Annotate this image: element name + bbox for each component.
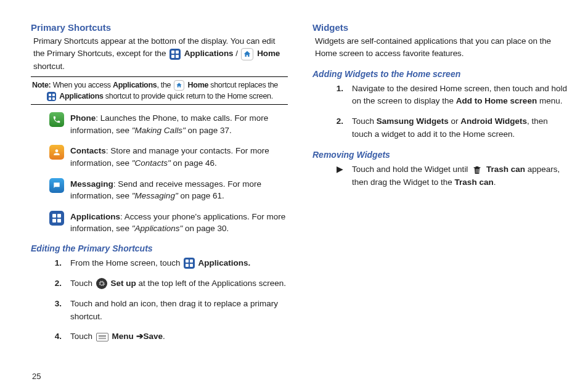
text-bold: Applications. <box>196 258 250 267</box>
add-step-1: 1.Navigate to the desired Home screen, t… <box>335 83 570 108</box>
text-bold: Home <box>188 81 209 89</box>
text: or <box>449 116 461 126</box>
text-bold: Samsung Widgets <box>377 116 449 126</box>
text-bold: Applications <box>113 81 157 89</box>
text-bold: Applications <box>70 212 120 221</box>
shortcut-phone: Phone: Launches the Phone, to make calls… <box>49 112 288 136</box>
note-label: Note: <box>32 81 51 89</box>
phone-icon <box>49 112 64 127</box>
home-icon <box>174 80 184 91</box>
text-bold: Phone <box>70 113 96 123</box>
note-box: Note: When you access Applications, the … <box>31 76 288 105</box>
text-bold: Home <box>257 49 280 58</box>
text-bold: Menu <box>110 332 136 341</box>
left-column: Primary Shortcuts Primary Shortcuts appe… <box>31 18 288 351</box>
text: on page 46. <box>171 158 217 168</box>
text: . <box>163 332 165 341</box>
home-icon <box>241 48 253 60</box>
applications-icon <box>49 211 64 226</box>
text-ital: "Applications" <box>132 224 182 233</box>
widgets-intro: Widgets are self-contained applications … <box>315 35 570 60</box>
text-ital: "Messaging" <box>132 191 178 200</box>
applications-icon <box>184 258 195 269</box>
text: shortcut to provide quick return to the … <box>104 92 273 100</box>
editing-steps: 1.From the Home screen, touch Applicatio… <box>53 257 288 344</box>
heading-widgets: Widgets <box>312 22 570 33</box>
text: When you access <box>51 81 113 89</box>
heading-removing-widgets: Removing Widgets <box>312 150 570 160</box>
add-step-2: 2.Touch Samsung Widgets or Android Widge… <box>335 115 570 141</box>
text-bold: Applications <box>59 92 103 100</box>
applications-icon <box>169 49 181 60</box>
text-bold: Add to Home screen <box>456 96 537 105</box>
arrow-icon: ➔ <box>136 332 144 341</box>
text: Touch <box>70 332 95 341</box>
text-bold: Set up <box>108 279 136 288</box>
text: on page 37. <box>186 126 232 135</box>
page-number: 25 <box>32 372 41 381</box>
text: Touch <box>352 116 377 126</box>
text: menu. <box>537 96 562 105</box>
text: / <box>235 49 240 58</box>
contacts-icon <box>49 145 64 160</box>
adding-steps: 1.Navigate to the desired Home screen, t… <box>335 83 570 142</box>
applications-icon <box>47 92 56 101</box>
trash-icon <box>472 164 483 176</box>
gear-icon <box>96 278 107 289</box>
right-column: Widgets Widgets are self-contained appli… <box>312 18 570 351</box>
heading-adding-widgets: Adding Widgets to the Home screen <box>312 69 570 79</box>
shortcut-contacts: Contacts: Store and manage your contacts… <box>49 145 288 169</box>
step-4: 4.Touch Menu ➔Save. <box>53 330 288 343</box>
menu-icon <box>96 333 108 341</box>
text-bold: Trash can <box>455 178 494 187</box>
shortcut-list: Phone: Launches the Phone, to make calls… <box>49 112 288 235</box>
text-bold: Android Widgets <box>460 116 527 126</box>
text: shortcut. <box>33 62 65 71</box>
shortcut-applications: Applications: Access your phone's applic… <box>49 211 288 235</box>
text-bold: Trash can <box>484 165 525 174</box>
step-1: 1.From the Home screen, touch Applicatio… <box>53 257 288 270</box>
shortcut-messaging: Messaging: Send and receive messages. Fo… <box>49 178 288 202</box>
text-bold: Contacts <box>70 146 106 155</box>
text: Touch and hold an icon, then drag it to … <box>70 298 288 324</box>
step-2: 2.Touch Set up at the top left of the Ap… <box>53 277 288 290</box>
heading-editing-shortcuts: Editing the Primary Shortcuts <box>31 243 288 253</box>
text-bold: Messaging <box>70 179 113 189</box>
text-bold: Save <box>144 332 163 341</box>
step-3: 3.Touch and hold an icon, then drag it t… <box>53 298 288 324</box>
text: on page 30. <box>182 224 229 233</box>
removing-steps: ▶Touch and hold the Widget until Trash c… <box>335 163 570 189</box>
text-bold: Applications <box>184 49 234 58</box>
text: Touch and hold the Widget until <box>352 165 470 174</box>
heading-primary-shortcuts: Primary Shortcuts <box>31 22 288 33</box>
text: shortcut replaces the <box>208 81 278 89</box>
text: on page 61. <box>178 191 224 200</box>
text: , the <box>157 81 173 89</box>
text: From the Home screen, touch <box>70 258 182 267</box>
text-ital: "Making Calls" <box>132 126 186 135</box>
messaging-icon <box>49 178 64 193</box>
text: Touch <box>70 279 95 288</box>
remove-step: ▶Touch and hold the Widget until Trash c… <box>335 163 570 189</box>
text: at the top left of the Applications scre… <box>136 279 286 288</box>
primary-shortcuts-intro: Primary Shortcuts appear at the bottom o… <box>33 35 288 73</box>
text: . <box>494 178 496 187</box>
text-ital: "Contacts" <box>132 158 171 168</box>
